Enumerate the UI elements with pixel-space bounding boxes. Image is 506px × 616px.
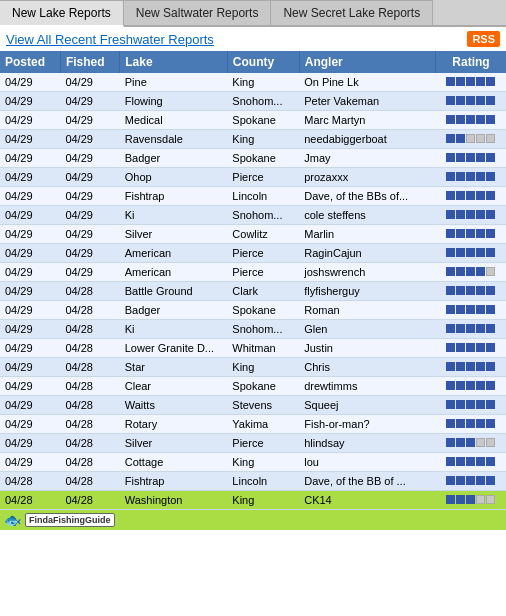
fishing-guide-logo[interactable]: FindaFishingGuide [25,513,115,527]
star-filled-icon [446,495,455,504]
star-filled-icon [476,457,485,466]
cell-fished: 04/29 [60,263,119,282]
table-row[interactable]: 04/2904/29AmericanPiercejoshswrench [0,263,506,282]
star-filled-icon [446,343,455,352]
cell-angler: joshswrench [299,263,435,282]
cell-angler: Glen [299,320,435,339]
star-filled-icon [456,210,465,219]
star-filled-icon [466,381,475,390]
view-all-link[interactable]: View All Recent Freshwater Reports [6,32,214,47]
star-filled-icon [456,77,465,86]
table-row[interactable]: 04/2904/28BadgerSpokaneRoman [0,301,506,320]
cell-lake: Badger [120,301,228,320]
table-row[interactable]: 04/2804/28FishtrapLincolnDave, of the BB… [0,472,506,491]
cell-county: Yakima [227,415,299,434]
table-row[interactable]: 04/2904/29BadgerSpokaneJmay [0,149,506,168]
star-filled-icon [466,77,475,86]
star-filled-icon [456,419,465,428]
cell-angler: Fish-or-man? [299,415,435,434]
cell-fished: 04/28 [60,396,119,415]
table-row[interactable]: 04/2904/28StarKingChris [0,358,506,377]
cell-fished: 04/29 [60,187,119,206]
cell-county: Pierce [227,263,299,282]
tab-secret-lake-reports[interactable]: New Secret Lake Reports [271,0,433,25]
cell-fished: 04/28 [60,320,119,339]
star-filled-icon [486,248,495,257]
cell-posted: 04/29 [0,149,60,168]
cell-posted: 04/29 [0,415,60,434]
star-filled-icon [486,305,495,314]
table-row[interactable]: 04/2904/28KiSnohom...Glen [0,320,506,339]
star-filled-icon [446,191,455,200]
star-filled-icon [486,172,495,181]
cell-angler: lou [299,453,435,472]
cell-rating [435,377,506,396]
table-row[interactable]: 04/2904/29FlowingSnohom...Peter Vakeman [0,92,506,111]
cell-county: Spokane [227,149,299,168]
star-filled-icon [486,400,495,409]
cell-angler: On Pine Lk [299,73,435,92]
tab-saltwater-reports[interactable]: New Saltwater Reports [124,0,272,25]
table-row[interactable]: 04/2904/29KiSnohom...cole steffens [0,206,506,225]
table-row[interactable]: 04/2904/29PineKingOn Pine Lk [0,73,506,92]
star-filled-icon [466,248,475,257]
star-filled-icon [486,476,495,485]
star-filled-icon [456,476,465,485]
star-filled-icon [476,476,485,485]
cell-angler: hlindsay [299,434,435,453]
tab-lake-reports[interactable]: New Lake Reports [0,0,124,27]
cell-rating [435,453,506,472]
cell-fished: 04/28 [60,282,119,301]
table-row[interactable]: 04/2904/28Lower Granite D...WhitmanJusti… [0,339,506,358]
star-filled-icon [456,362,465,371]
fish-icon: 🐟 [4,512,21,528]
table-row[interactable]: 04/2904/29RavensdaleKingneedabiggerboat [0,130,506,149]
star-filled-icon [486,457,495,466]
star-filled-icon [476,248,485,257]
cell-county: Spokane [227,301,299,320]
table-row[interactable]: 04/2904/28RotaryYakimaFish-or-man? [0,415,506,434]
table-row[interactable]: 04/2904/28CottageKinglou [0,453,506,472]
cell-fished: 04/28 [60,472,119,491]
star-filled-icon [456,495,465,504]
table-row[interactable]: 04/2904/28ClearSpokanedrewtimms [0,377,506,396]
star-filled-icon [486,153,495,162]
star-empty-icon [466,134,475,143]
star-filled-icon [486,96,495,105]
cell-angler: CK14 [299,491,435,510]
cell-lake: Ohop [120,168,228,187]
cell-angler: flyfisherguy [299,282,435,301]
cell-rating [435,320,506,339]
cell-county: Snohom... [227,320,299,339]
table-row[interactable]: 04/2904/29AmericanPierceRaginCajun [0,244,506,263]
col-angler: Angler [299,51,435,73]
star-filled-icon [446,286,455,295]
table-row[interactable]: 04/2804/28WashingtonKingCK14 [0,491,506,510]
table-row[interactable]: 04/2904/29OhopPierceprozaxxx [0,168,506,187]
cell-rating [435,206,506,225]
table-row[interactable]: 04/2904/29SilverCowlitzMarlin [0,225,506,244]
cell-posted: 04/29 [0,339,60,358]
rss-badge[interactable]: RSS [467,31,500,47]
star-filled-icon [466,210,475,219]
table-row[interactable]: 04/2904/29MedicalSpokaneMarc Martyn [0,111,506,130]
cell-fished: 04/29 [60,111,119,130]
cell-lake: American [120,263,228,282]
table-row[interactable]: 04/2904/28Battle GroundClarkflyfisherguy [0,282,506,301]
star-filled-icon [466,362,475,371]
star-filled-icon [456,96,465,105]
table-row[interactable]: 04/2904/29FishtrapLincolnDave, of the BB… [0,187,506,206]
star-filled-icon [456,305,465,314]
star-filled-icon [446,210,455,219]
cell-rating [435,130,506,149]
cell-rating [435,434,506,453]
star-filled-icon [476,381,485,390]
table-row[interactable]: 04/2904/28WaittsStevensSqueej [0,396,506,415]
cell-angler: needabiggerboat [299,130,435,149]
star-filled-icon [486,381,495,390]
table-row[interactable]: 04/2904/28SilverPiercehlindsay [0,434,506,453]
cell-county: King [227,73,299,92]
cell-lake: Silver [120,434,228,453]
star-filled-icon [446,324,455,333]
cell-rating [435,396,506,415]
